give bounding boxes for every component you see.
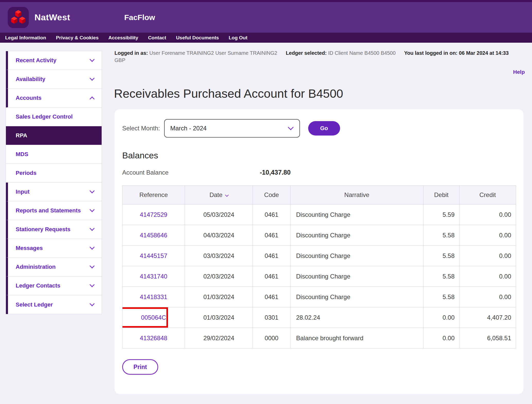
narrative-cell: Discounting Charge bbox=[290, 266, 423, 287]
sidebar-item-label: Messages bbox=[16, 245, 43, 252]
code-cell: 0000 bbox=[253, 328, 290, 348]
window-top-strip bbox=[0, 0, 532, 2]
top-nav: Legal InformationPrivacy & CookiesAccess… bbox=[0, 33, 532, 43]
reference-link[interactable]: 41445157 bbox=[140, 252, 167, 259]
sidebar-item-messages[interactable]: Messages bbox=[6, 239, 102, 258]
reference-cell: 005064C bbox=[122, 307, 185, 328]
code-cell: 0461 bbox=[253, 225, 290, 246]
nav-item-privacy-cookies[interactable]: Privacy & Cookies bbox=[56, 35, 99, 41]
reference-link[interactable]: 41431740 bbox=[140, 273, 167, 280]
reference-cell: 41445157 bbox=[122, 246, 185, 266]
debit-cell: 5.58 bbox=[423, 225, 459, 246]
print-button[interactable]: Print bbox=[122, 359, 158, 375]
ledger-selected-value: ID Client Name B4500 B4500 bbox=[328, 50, 395, 56]
narrative-cell: Discounting Charge bbox=[290, 287, 423, 307]
column-header-label: Reference bbox=[139, 191, 168, 198]
sidebar-item-recent-activity[interactable]: Recent Activity bbox=[6, 51, 102, 70]
narrative-cell: Balance brought forward bbox=[290, 328, 423, 348]
code-cell: 0461 bbox=[253, 246, 290, 266]
sidebar-item-label: Sales Ledger Control bbox=[16, 113, 73, 120]
narrative-cell: Discounting Charge bbox=[290, 246, 423, 266]
dropdown-chevron-icon bbox=[288, 124, 294, 130]
brand-name: NatWest bbox=[34, 12, 70, 22]
sidebar-item-label: Administration bbox=[16, 264, 56, 270]
reference-link[interactable]: 41458646 bbox=[140, 232, 167, 239]
nav-item-accessibility[interactable]: Accessibility bbox=[108, 35, 138, 41]
debit-cell: 0.00 bbox=[423, 307, 459, 328]
narrative-cell: Discounting Charge bbox=[290, 204, 423, 225]
column-header-debit: Debit bbox=[423, 186, 459, 204]
sidebar-item-sales-ledger-control[interactable]: Sales Ledger Control bbox=[6, 107, 102, 126]
date-cell: 03/03/2024 bbox=[185, 246, 253, 266]
date-cell: 29/02/2024 bbox=[185, 328, 253, 348]
column-header-label: Date bbox=[209, 191, 223, 198]
table-row: 4144515703/03/20240461Discounting Charge… bbox=[122, 246, 516, 266]
table-row: 005064C01/03/2024030128.02.240.004,407.2… bbox=[122, 307, 516, 328]
sidebar-item-label: Select Ledger bbox=[16, 301, 53, 308]
credit-cell: 0.00 bbox=[459, 204, 516, 225]
code-cell: 0461 bbox=[253, 204, 290, 225]
month-select[interactable]: March - 2024 bbox=[164, 119, 300, 138]
reference-link[interactable]: 41326848 bbox=[140, 335, 167, 342]
reference-cell: 41418331 bbox=[122, 287, 185, 307]
logged-in-label: Logged in as: bbox=[114, 50, 148, 56]
natwest-logo-icon bbox=[8, 7, 29, 28]
code-cell: 0461 bbox=[253, 266, 290, 287]
sidebar-item-label: Periods bbox=[16, 170, 37, 176]
sidebar-item-select-ledger[interactable]: Select Ledger bbox=[6, 295, 102, 314]
credit-cell: 0.00 bbox=[459, 287, 516, 307]
date-cell: 01/03/2024 bbox=[185, 287, 253, 307]
reference-link[interactable]: 41418331 bbox=[140, 293, 167, 300]
sidebar-item-label: Stationery Requests bbox=[16, 226, 70, 233]
sidebar-item-label: MDS bbox=[16, 151, 28, 158]
column-header-date[interactable]: Date bbox=[185, 186, 253, 204]
sidebar-item-input[interactable]: Input bbox=[6, 183, 102, 201]
sidebar-item-stationery-requests[interactable]: Stationery Requests bbox=[6, 220, 102, 239]
currency-label: GBP bbox=[114, 57, 529, 64]
chevron-down-icon bbox=[90, 282, 95, 287]
select-month-label: Select Month: bbox=[122, 125, 160, 132]
sidebar-item-reports-and-statements[interactable]: Reports and Statements bbox=[6, 201, 102, 220]
reference-cell: 41431740 bbox=[122, 266, 185, 287]
column-header-credit: Credit bbox=[459, 186, 516, 204]
narrative-cell: 28.02.24 bbox=[290, 307, 423, 328]
sidebar-item-mds[interactable]: MDS bbox=[6, 145, 102, 164]
column-header-code: Code bbox=[253, 186, 290, 204]
debit-cell: 0.00 bbox=[423, 328, 459, 348]
sidebar-item-administration[interactable]: Administration bbox=[6, 258, 102, 276]
code-cell: 0301 bbox=[253, 307, 290, 328]
help-link[interactable]: Help bbox=[513, 69, 525, 75]
table-row: 4145864604/03/20240461Discounting Charge… bbox=[122, 225, 516, 246]
chevron-up-icon bbox=[90, 96, 95, 102]
nav-item-contact[interactable]: Contact bbox=[148, 35, 166, 41]
table-row: 4141833101/03/20240461Discounting Charge… bbox=[122, 287, 516, 307]
credit-cell: 0.00 bbox=[459, 246, 516, 266]
reference-link[interactable]: 005064C bbox=[141, 314, 166, 321]
sidebar-item-label: Reports and Statements bbox=[16, 207, 81, 214]
reference-link[interactable]: 41472529 bbox=[140, 211, 167, 218]
transactions-table: ReferenceDateCodeNarrativeDebitCredit 41… bbox=[122, 185, 516, 348]
balances-heading: Balances bbox=[122, 150, 516, 160]
sidebar-item-periods[interactable]: Periods bbox=[6, 164, 102, 183]
chevron-down-icon bbox=[90, 245, 95, 250]
sidebar-item-rpa[interactable]: RPA bbox=[6, 126, 102, 145]
table-body: 4147252905/03/20240461Discounting Charge… bbox=[122, 204, 516, 348]
nav-item-useful-documents[interactable]: Useful Documents bbox=[176, 35, 219, 41]
chevron-down-icon bbox=[90, 188, 95, 193]
sidebar-item-availability[interactable]: Availability bbox=[6, 70, 102, 89]
debit-cell: 5.58 bbox=[423, 246, 459, 266]
go-button[interactable]: Go bbox=[308, 121, 340, 136]
chevron-down-icon bbox=[90, 263, 95, 268]
credit-cell: 4,407.20 bbox=[459, 307, 516, 328]
nav-item-legal-information[interactable]: Legal Information bbox=[5, 35, 46, 41]
page-title: Receivables Purchased Account for B4500 bbox=[114, 86, 343, 101]
sort-chevron-icon bbox=[225, 193, 229, 197]
sidebar-item-accounts[interactable]: Accounts bbox=[6, 89, 102, 107]
nav-item-log-out[interactable]: Log Out bbox=[229, 35, 247, 41]
table-header-row: ReferenceDateCodeNarrativeDebitCredit bbox=[122, 186, 516, 204]
reference-cell: 41472529 bbox=[122, 204, 185, 225]
sidebar-item-label: Recent Activity bbox=[16, 57, 56, 64]
sidebar-item-ledger-contacts[interactable]: Ledger Contacts bbox=[6, 276, 102, 295]
column-header-label: Credit bbox=[479, 191, 496, 198]
date-cell: 01/03/2024 bbox=[185, 307, 253, 328]
